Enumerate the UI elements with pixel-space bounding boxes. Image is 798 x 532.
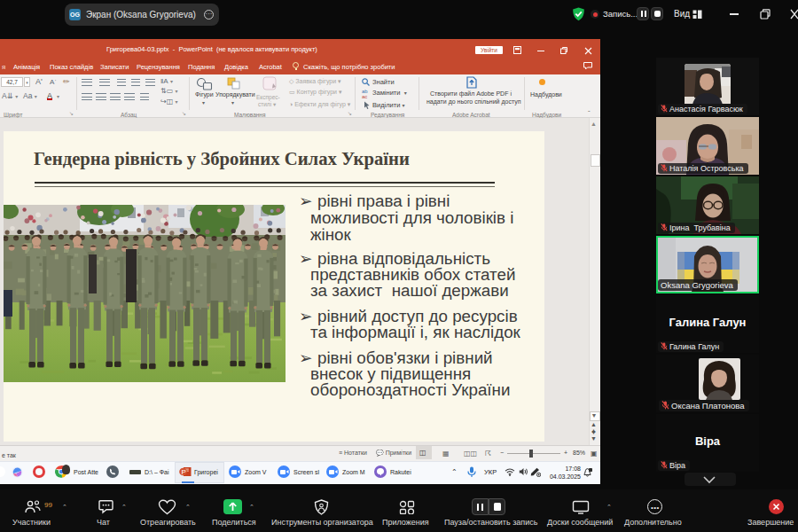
svg-text:P: P — [181, 468, 185, 476]
